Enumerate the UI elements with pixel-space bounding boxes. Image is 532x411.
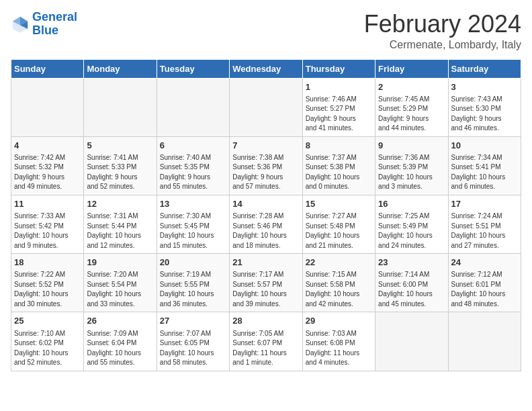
day-info: Sunrise: 7:03 AMSunset: 6:08 PMDaylight:…: [306, 329, 372, 368]
day-number: 24: [451, 257, 518, 269]
weekday-header-monday: Monday: [84, 59, 157, 78]
calendar-cell: 4Sunrise: 7:42 AMSunset: 5:32 PMDaylight…: [11, 136, 84, 195]
calendar-cell: 25Sunrise: 7:10 AMSunset: 6:02 PMDayligh…: [11, 312, 84, 371]
calendar-cell: 8Sunrise: 7:37 AMSunset: 5:38 PMDaylight…: [302, 136, 375, 195]
calendar-cell: 28Sunrise: 7:05 AMSunset: 6:07 PMDayligh…: [230, 312, 302, 371]
calendar-cell: 16Sunrise: 7:25 AMSunset: 5:49 PMDayligh…: [375, 195, 448, 253]
day-number: 28: [232, 315, 299, 327]
day-number: 17: [451, 198, 518, 210]
day-number: 26: [87, 315, 153, 327]
calendar-cell: 23Sunrise: 7:14 AMSunset: 6:00 PMDayligh…: [375, 254, 448, 312]
calendar-cell: [230, 78, 302, 136]
calendar-cell: 10Sunrise: 7:34 AMSunset: 5:41 PMDayligh…: [448, 136, 521, 195]
calendar-table: SundayMondayTuesdayWednesdayThursdayFrid…: [11, 59, 521, 371]
day-number: 19: [87, 257, 153, 269]
month-title: February 2024: [364, 11, 521, 38]
calendar-cell: 14Sunrise: 7:28 AMSunset: 5:46 PMDayligh…: [230, 195, 302, 253]
day-number: 23: [378, 257, 445, 269]
day-number: 4: [14, 140, 81, 152]
day-info: Sunrise: 7:17 AMSunset: 5:57 PMDaylight:…: [232, 270, 299, 309]
day-number: 25: [14, 315, 81, 327]
day-info: Sunrise: 7:43 AMSunset: 5:30 PMDaylight:…: [451, 95, 518, 134]
day-number: 15: [306, 198, 372, 210]
calendar-cell: 18Sunrise: 7:22 AMSunset: 5:52 PMDayligh…: [11, 254, 84, 312]
day-info: Sunrise: 7:30 AMSunset: 5:45 PMDaylight:…: [160, 212, 226, 250]
day-info: Sunrise: 7:09 AMSunset: 6:04 PMDaylight:…: [87, 329, 153, 368]
day-number: 3: [451, 81, 518, 93]
title-area: February 2024 Cermenate, Lombardy, Italy: [364, 11, 521, 51]
day-number: 1: [306, 81, 372, 93]
logo: General Blue: [11, 11, 77, 38]
calendar-cell: 17Sunrise: 7:24 AMSunset: 5:51 PMDayligh…: [448, 195, 521, 253]
day-number: 10: [451, 140, 518, 152]
day-info: Sunrise: 7:46 AMSunset: 5:27 PMDaylight:…: [306, 95, 372, 134]
weekday-header-tuesday: Tuesday: [157, 59, 229, 78]
day-info: Sunrise: 7:38 AMSunset: 5:36 PMDaylight:…: [232, 153, 299, 192]
day-number: 14: [232, 198, 299, 210]
day-info: Sunrise: 7:41 AMSunset: 5:33 PMDaylight:…: [87, 153, 153, 192]
calendar-cell: 3Sunrise: 7:43 AMSunset: 5:30 PMDaylight…: [448, 78, 521, 136]
weekday-header-sunday: Sunday: [11, 59, 84, 78]
day-number: 22: [306, 257, 372, 269]
calendar-cell: 6Sunrise: 7:40 AMSunset: 5:35 PMDaylight…: [157, 136, 229, 195]
logo-text: General Blue: [32, 11, 77, 38]
day-info: Sunrise: 7:22 AMSunset: 5:52 PMDaylight:…: [14, 270, 81, 309]
calendar-cell: 9Sunrise: 7:36 AMSunset: 5:39 PMDaylight…: [375, 136, 448, 195]
day-number: 9: [378, 140, 445, 152]
day-info: Sunrise: 7:19 AMSunset: 5:55 PMDaylight:…: [160, 270, 226, 309]
calendar-cell: [448, 312, 521, 371]
calendar-week-4: 18Sunrise: 7:22 AMSunset: 5:52 PMDayligh…: [11, 254, 521, 312]
day-number: 16: [378, 198, 445, 210]
day-number: 11: [14, 198, 81, 210]
day-info: Sunrise: 7:42 AMSunset: 5:32 PMDaylight:…: [14, 153, 81, 192]
day-number: 29: [306, 315, 372, 327]
calendar-cell: 1Sunrise: 7:46 AMSunset: 5:27 PMDaylight…: [302, 78, 375, 136]
calendar-cell: 2Sunrise: 7:45 AMSunset: 5:29 PMDaylight…: [375, 78, 448, 136]
weekday-header-wednesday: Wednesday: [230, 59, 302, 78]
calendar-cell: 26Sunrise: 7:09 AMSunset: 6:04 PMDayligh…: [84, 312, 157, 371]
day-info: Sunrise: 7:36 AMSunset: 5:39 PMDaylight:…: [378, 153, 445, 192]
calendar-cell: 27Sunrise: 7:07 AMSunset: 6:05 PMDayligh…: [157, 312, 229, 371]
calendar-week-1: 1Sunrise: 7:46 AMSunset: 5:27 PMDaylight…: [11, 78, 521, 136]
calendar-cell: 13Sunrise: 7:30 AMSunset: 5:45 PMDayligh…: [157, 195, 229, 253]
day-info: Sunrise: 7:24 AMSunset: 5:51 PMDaylight:…: [451, 212, 518, 250]
weekday-header-thursday: Thursday: [302, 59, 375, 78]
calendar-cell: 21Sunrise: 7:17 AMSunset: 5:57 PMDayligh…: [230, 254, 302, 312]
calendar-cell: [84, 78, 157, 136]
day-info: Sunrise: 7:27 AMSunset: 5:48 PMDaylight:…: [306, 212, 372, 250]
header: General Blue February 2024 Cermenate, Lo…: [11, 11, 521, 51]
calendar-cell: 15Sunrise: 7:27 AMSunset: 5:48 PMDayligh…: [302, 195, 375, 253]
logo-icon: [11, 15, 30, 34]
day-info: Sunrise: 7:05 AMSunset: 6:07 PMDaylight:…: [232, 329, 299, 368]
day-number: 27: [160, 315, 226, 327]
day-number: 12: [87, 198, 153, 210]
calendar-week-2: 4Sunrise: 7:42 AMSunset: 5:32 PMDaylight…: [11, 136, 521, 195]
calendar-cell: 20Sunrise: 7:19 AMSunset: 5:55 PMDayligh…: [157, 254, 229, 312]
day-number: 2: [378, 81, 445, 93]
day-info: Sunrise: 7:10 AMSunset: 6:02 PMDaylight:…: [14, 329, 81, 368]
day-info: Sunrise: 7:37 AMSunset: 5:38 PMDaylight:…: [306, 153, 372, 192]
calendar-cell: 19Sunrise: 7:20 AMSunset: 5:54 PMDayligh…: [84, 254, 157, 312]
day-info: Sunrise: 7:25 AMSunset: 5:49 PMDaylight:…: [378, 212, 445, 250]
logo-blue-text: Blue: [32, 24, 77, 38]
day-info: Sunrise: 7:15 AMSunset: 5:58 PMDaylight:…: [306, 270, 372, 309]
calendar-week-3: 11Sunrise: 7:33 AMSunset: 5:42 PMDayligh…: [11, 195, 521, 253]
day-number: 5: [87, 140, 153, 152]
day-number: 6: [160, 140, 226, 152]
calendar-week-5: 25Sunrise: 7:10 AMSunset: 6:02 PMDayligh…: [11, 312, 521, 371]
calendar-cell: [157, 78, 229, 136]
calendar-cell: [11, 78, 84, 136]
calendar-cell: 11Sunrise: 7:33 AMSunset: 5:42 PMDayligh…: [11, 195, 84, 253]
calendar-cell: 12Sunrise: 7:31 AMSunset: 5:44 PMDayligh…: [84, 195, 157, 253]
weekday-header-row: SundayMondayTuesdayWednesdayThursdayFrid…: [11, 59, 521, 78]
day-info: Sunrise: 7:14 AMSunset: 6:00 PMDaylight:…: [378, 270, 445, 309]
calendar-cell: 22Sunrise: 7:15 AMSunset: 5:58 PMDayligh…: [302, 254, 375, 312]
day-info: Sunrise: 7:12 AMSunset: 6:01 PMDaylight:…: [451, 270, 518, 309]
weekday-header-friday: Friday: [375, 59, 448, 78]
day-info: Sunrise: 7:40 AMSunset: 5:35 PMDaylight:…: [160, 153, 226, 192]
day-number: 8: [306, 140, 372, 152]
day-info: Sunrise: 7:31 AMSunset: 5:44 PMDaylight:…: [87, 212, 153, 250]
calendar-cell: 29Sunrise: 7:03 AMSunset: 6:08 PMDayligh…: [302, 312, 375, 371]
day-number: 21: [232, 257, 299, 269]
day-info: Sunrise: 7:28 AMSunset: 5:46 PMDaylight:…: [232, 212, 299, 250]
